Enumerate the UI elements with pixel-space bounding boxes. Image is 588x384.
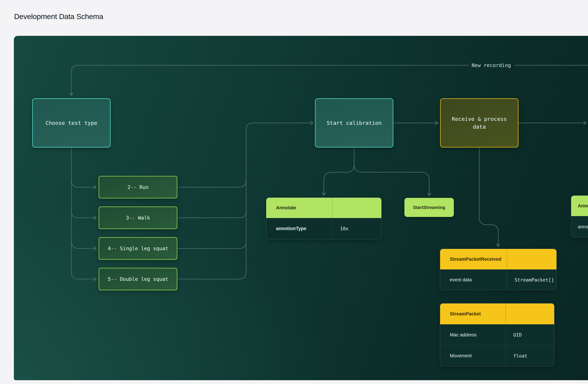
field-name: event data	[440, 269, 507, 290]
node-option-double-leg-squat-label: 5-- Double leg squat	[108, 275, 168, 283]
node-option-run: 2-- Run	[99, 176, 177, 198]
table-annotate-partial-title: Anno	[571, 196, 588, 216]
node-receive-process-data-label: Receive & process data	[451, 115, 508, 131]
node-receive-process-data: Receive & process data	[440, 98, 519, 148]
table-row: Movement float	[440, 345, 554, 366]
page-title: Development Data Schema	[14, 12, 103, 21]
table-annotate: Annotate annotionType 10x	[266, 198, 381, 239]
diagram-canvas: Development Data Schema New recording Ch…	[0, 0, 588, 384]
table-stream-packet-received-header-type-cell	[507, 249, 556, 269]
table-stream-packet-header-type-cell	[505, 304, 554, 324]
field-name: Movement	[440, 346, 505, 366]
field-type: StreamPacket[]	[507, 269, 556, 290]
node-start-calibration-label: Start calibration	[327, 119, 381, 127]
node-start-streaming: StartStreaming	[404, 198, 454, 217]
table-stream-packet-header: StreamPacket	[440, 304, 554, 324]
field-name: Mac address	[440, 325, 505, 345]
table-row: Mac address UID	[440, 324, 554, 345]
table-stream-packet: StreamPacket Mac address UID Movement fl…	[440, 304, 554, 366]
field-type: float	[505, 346, 554, 366]
field-name: annotionType	[266, 218, 332, 239]
table-annotate-partial-header: Anno	[571, 196, 588, 216]
node-start-streaming-label: StartStreaming	[413, 205, 445, 210]
table-stream-packet-received-title: StreamPacketReceived	[440, 249, 507, 269]
table-annotate-partial: Anno annot	[571, 196, 588, 237]
table-stream-packet-received-header: StreamPacketReceived	[440, 249, 556, 269]
table-row: annot	[571, 216, 588, 237]
field-name: annot	[571, 216, 588, 237]
node-option-single-leg-squat: 4-- Single leg squat	[99, 237, 177, 260]
table-row: event data StreamPacket[]	[440, 269, 556, 290]
table-row: annotionType 10x	[266, 218, 381, 239]
node-option-single-leg-squat-label: 4-- Single leg squat	[108, 245, 168, 252]
table-stream-packet-received: StreamPacketReceived event data StreamPa…	[440, 249, 556, 290]
node-option-walk-label: 3-- Walk	[126, 214, 150, 221]
field-type: 10x	[332, 218, 381, 239]
table-stream-packet-title: StreamPacket	[440, 304, 505, 324]
node-option-walk: 3-- Walk	[99, 207, 177, 229]
node-option-double-leg-squat: 5-- Double leg squat	[99, 268, 177, 290]
table-annotate-header: Annotate	[266, 198, 381, 218]
node-choose-test-type: Choose test type	[32, 98, 111, 148]
node-start-calibration: Start calibration	[315, 98, 393, 148]
field-type: UID	[505, 325, 554, 345]
table-annotate-title: Annotate	[266, 198, 332, 218]
node-choose-test-type-label: Choose test type	[46, 119, 97, 127]
table-annotate-header-type-cell	[332, 198, 381, 218]
edge-label-new-recording: New recording	[468, 61, 514, 70]
node-option-run-label: 2-- Run	[127, 184, 148, 191]
